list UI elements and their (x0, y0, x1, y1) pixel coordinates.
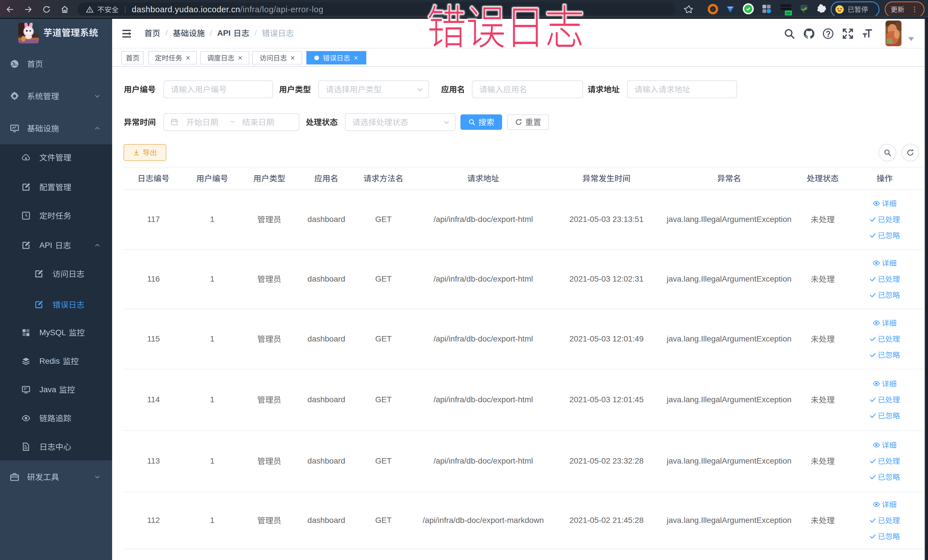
svg-text:on: on (786, 11, 791, 15)
